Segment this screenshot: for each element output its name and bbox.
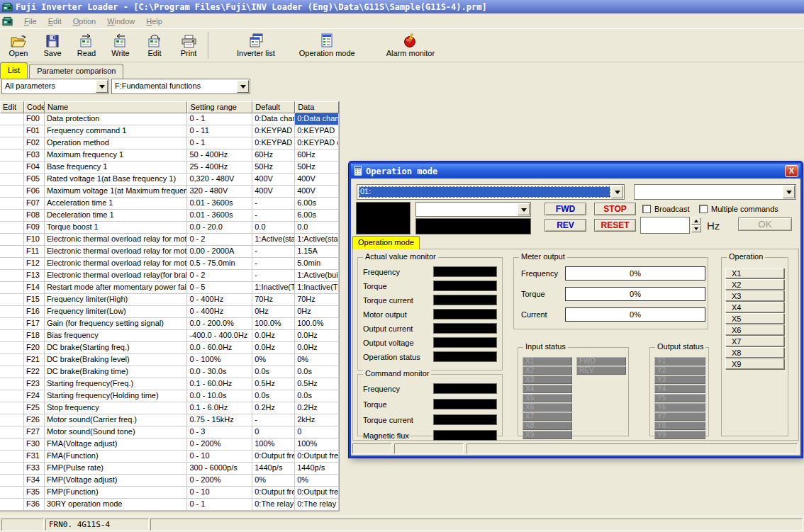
write-button[interactable]: Write xyxy=(104,30,138,61)
cell-data[interactable]: 0% xyxy=(295,475,339,487)
cell-data[interactable]: 1:Inactive(Tr xyxy=(295,282,339,294)
cell-data[interactable]: 70Hz xyxy=(295,294,339,306)
cell-data[interactable]: 6.00s xyxy=(295,198,339,210)
cell-data[interactable]: 100.0% xyxy=(295,318,339,330)
cell-data[interactable]: 0:KEYPAD c xyxy=(295,137,339,149)
frequency-input[interactable] xyxy=(640,217,690,234)
column-header-default[interactable]: Default xyxy=(252,101,295,113)
terminal-button[interactable]: X9 xyxy=(725,358,784,369)
terminal-button[interactable]: X5 xyxy=(725,313,784,324)
cell-data[interactable]: 1:Active(bui xyxy=(295,270,339,282)
table-row[interactable]: F00 Data protection 0 - 1 0:Data chan 0:… xyxy=(0,113,339,125)
table-row[interactable]: F30 FMA(Voltage adjust) 0 - 200% 100% 10… xyxy=(0,438,339,451)
chevron-down-icon[interactable] xyxy=(518,203,530,215)
cell-data[interactable]: 0.0 xyxy=(295,222,339,234)
tab-list[interactable]: List xyxy=(0,62,28,79)
cell-data[interactable]: 400V xyxy=(295,174,339,186)
cell-data[interactable]: 1:Active(sta xyxy=(295,234,339,246)
table-row[interactable]: F08 Deceleration time 1 0.01 - 3600s - 6… xyxy=(0,210,339,222)
multiple-commands-checkbox[interactable]: Multiple commands xyxy=(699,204,778,213)
menu-item[interactable]: Help xyxy=(140,16,168,27)
cell-data[interactable]: 0.2Hz xyxy=(295,402,339,414)
cell-data[interactable]: 100% xyxy=(295,438,339,451)
inverter-list-button[interactable]: Inverter list xyxy=(227,30,285,61)
table-row[interactable]: F26 Motor sound(Carrier freq.) 0.75 - 15… xyxy=(0,414,339,426)
table-row[interactable]: F10 Electronic thermal overload relay fo… xyxy=(0,234,339,246)
menu-item[interactable]: Option xyxy=(67,16,101,27)
save-button[interactable]: Save xyxy=(35,30,69,61)
terminal-button[interactable]: X4 xyxy=(725,302,784,312)
table-row[interactable]: F13 Electronic thermal overload relay(fo… xyxy=(0,270,339,282)
terminal-button[interactable]: X6 xyxy=(725,324,784,335)
column-header-name[interactable]: Name xyxy=(45,101,188,113)
menu-item[interactable]: Window xyxy=(101,16,140,27)
fwd-button[interactable]: FWD xyxy=(545,203,586,215)
chevron-down-icon[interactable] xyxy=(96,80,108,93)
table-row[interactable]: F25 Stop frequency 0.1 - 6.0Hz 0.2Hz 0.2… xyxy=(0,402,339,414)
cell-data[interactable]: 0.0Hz xyxy=(295,330,339,342)
secondary-select[interactable] xyxy=(634,184,796,200)
terminal-button[interactable]: X2 xyxy=(725,279,784,290)
terminal-button[interactable]: X7 xyxy=(725,336,784,346)
cell-data[interactable]: 0.0s xyxy=(295,366,339,378)
cell-data[interactable]: 0:KEYPAD xyxy=(295,125,339,137)
table-row[interactable]: F12 Electronic thermal overload relay fo… xyxy=(0,258,339,270)
table-row[interactable]: F01 Frequency command 1 0 - 11 0:KEYPAD … xyxy=(0,125,339,137)
cell-data[interactable]: 1.15A xyxy=(295,246,339,258)
dialog-title-bar[interactable]: Operation mode X xyxy=(351,164,800,179)
menu-item[interactable]: Edit xyxy=(43,16,67,27)
table-row[interactable]: F07 Acceleration time 1 0.01 - 3600s - 6… xyxy=(0,198,339,210)
function-group-select[interactable]: F:Fundamental functions xyxy=(111,79,250,94)
cell-data[interactable]: 0:Output fre xyxy=(295,451,339,463)
column-header-setting-range[interactable]: Setting range xyxy=(187,101,252,113)
cell-data[interactable]: 0:Output fre xyxy=(295,487,339,499)
spin-down-icon[interactable] xyxy=(691,225,701,232)
table-row[interactable]: F15 Frequency limiter(High) 0 - 400Hz 70… xyxy=(0,294,339,306)
cell-data[interactable]: 0.0s xyxy=(295,390,339,402)
cell-data[interactable]: 0.0Hz xyxy=(295,342,339,354)
table-row[interactable]: F21 DC brake(Braking level) 0 - 100% 0% … xyxy=(0,354,339,366)
parameter-filter-select[interactable]: All parameters xyxy=(1,79,109,94)
terminal-button[interactable]: X3 xyxy=(725,290,784,301)
cell-data[interactable]: 1440p/s xyxy=(295,463,339,475)
terminal-button[interactable]: X1 xyxy=(725,268,784,278)
tab-parameter-comparison[interactable]: Parameter comparison xyxy=(29,64,123,79)
column-header-code[interactable]: Code xyxy=(24,101,45,113)
table-row[interactable]: F16 Frequency limiter(Low) 0 - 400Hz 0Hz… xyxy=(0,306,339,318)
table-row[interactable]: F35 FMP(Function) 0 - 10 0:Output fre 0:… xyxy=(0,487,339,499)
checkbox-icon[interactable] xyxy=(642,205,651,213)
chevron-down-icon[interactable] xyxy=(611,186,623,198)
cell-data[interactable]: 0:Data chan xyxy=(295,113,339,125)
table-row[interactable]: F02 Operation method 0 - 1 0:KEYPAD c 0:… xyxy=(0,137,339,149)
monitor-item-select[interactable] xyxy=(415,202,531,217)
table-row[interactable]: F09 Torque boost 1 0.0 - 20.0 0.0 0.0 xyxy=(0,222,339,234)
edit-button[interactable]: Edit xyxy=(138,30,172,61)
table-row[interactable]: F17 Gain (for frequency setting signal) … xyxy=(0,318,339,330)
cell-data[interactable]: 60Hz xyxy=(295,149,339,162)
table-row[interactable]: F04 Base frequency 1 25 - 400Hz 50Hz 50H… xyxy=(0,162,339,174)
table-row[interactable]: F34 FMP(Voltage adjust) 0 - 200% 0% 0% xyxy=(0,475,339,487)
table-row[interactable]: F18 Bias frequency -400.0 - 400.0Hz 0.0H… xyxy=(0,330,339,342)
document-icon[interactable] xyxy=(2,16,13,26)
ok-button[interactable]: OK xyxy=(738,217,792,231)
table-row[interactable]: F06 Maximum voltage 1(at Maximum frequen… xyxy=(0,186,339,198)
broadcast-checkbox[interactable]: Broadcast xyxy=(642,204,690,213)
station-select[interactable]: 01: xyxy=(357,184,625,200)
cell-data[interactable]: 0:The relay xyxy=(295,499,339,511)
table-row[interactable]: F27 Motor sound(Sound tone) 0 - 3 0 0 xyxy=(0,426,339,438)
tab-operation-mode[interactable]: Operation mode xyxy=(352,236,420,249)
table-row[interactable]: F24 Starting frequency(Holding time) 0.0… xyxy=(0,390,339,402)
close-icon[interactable]: X xyxy=(785,165,798,177)
column-header-data[interactable]: Data xyxy=(295,101,339,113)
cell-data[interactable]: 50Hz xyxy=(295,162,339,174)
alarm-monitor-button[interactable]: Alarm monitor xyxy=(376,30,445,61)
table-row[interactable]: F33 FMP(Pulse rate) 300 - 6000p/s 1440p/… xyxy=(0,463,339,475)
cell-data[interactable]: 6.00s xyxy=(295,210,339,222)
cell-data[interactable]: 400V xyxy=(295,186,339,198)
spin-up-icon[interactable] xyxy=(691,217,701,225)
cell-data[interactable]: 0 xyxy=(295,426,339,438)
cell-data[interactable]: 0.5Hz xyxy=(295,378,339,390)
table-row[interactable]: F36 30RY operation mode 0 - 1 0:The rela… xyxy=(0,499,339,511)
table-row[interactable]: F23 Starting frequency(Freq.) 0.1 - 60.0… xyxy=(0,378,339,390)
column-header-edit[interactable]: Edit xyxy=(0,101,24,113)
